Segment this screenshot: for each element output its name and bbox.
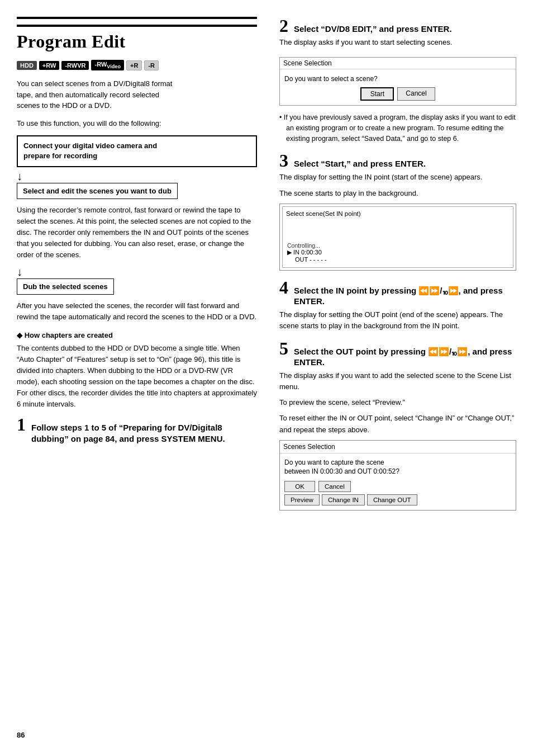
step-2-title: Select “DV/D8 EDIT,” and press ENTER.	[294, 23, 452, 35]
step-1-title: Follow steps 1 to 5 of “Preparing for DV…	[31, 422, 257, 444]
step-4-number: 4	[279, 278, 288, 296]
arrow-down-2: ↓	[17, 266, 257, 277]
badge-r-minus: -R	[144, 60, 159, 70]
step-3-section: 3 Select “Start,” and press ENTER. The d…	[279, 152, 516, 270]
step-4-title: Select the IN point by pressing ⏪⏩/⏨⏩, a…	[294, 285, 516, 307]
step-5-section: 5 Select the OUT point by pressing ⏪⏩/⏨⏩…	[279, 339, 516, 511]
dialog-question: Do you want to select a scene?	[284, 75, 511, 83]
page-title: Program Edit	[17, 25, 257, 52]
step-2-body: The display asks if you want to start se…	[279, 37, 516, 48]
dialog-title-scene-selection: Scene Selection	[280, 58, 516, 69]
step-4-section: 4 Select the IN point by pressing ⏪⏩/⏨⏩,…	[279, 278, 516, 332]
change-in-button[interactable]: Change IN	[322, 494, 365, 505]
badge-rw-plus: +RW	[39, 61, 60, 70]
badge-hdd: HDD	[17, 61, 37, 70]
scene-dialog-label: Select scene(Set IN point)	[286, 210, 510, 217]
step-1-section: 1 Follow steps 1 to 5 of “Preparing for …	[17, 415, 257, 444]
step-3-body1: The display for setting the IN point (st…	[279, 172, 516, 183]
scenes-selection-dialog: Scenes Selection Do you want to capture …	[279, 440, 516, 511]
title-divider	[17, 17, 257, 19]
step-box-select-edit: Select and edit the scenes you want to d…	[17, 183, 178, 199]
body-text-dub: After you have selected the scenes, the …	[17, 300, 257, 323]
ok-button[interactable]: OK	[284, 481, 315, 492]
step-box-dub: Dub the selected scenes	[17, 278, 114, 295]
start-button[interactable]: Start	[360, 87, 394, 101]
scenes-sel-title: Scenes Selection	[280, 441, 516, 453]
scenes-sel-row2: Preview Change IN Change OUT	[284, 494, 511, 505]
scenes-sel-question: Do you want to capture the scene between…	[284, 458, 511, 477]
badge-rwvr: -RWVR	[61, 61, 89, 70]
badge-rwvideo: -RWVideo	[91, 60, 124, 70]
scene-dialog-inner: Select scene(Set IN point) Controlling..…	[282, 206, 513, 268]
arrow-down-1: ↓	[17, 171, 257, 182]
in-time: IN 0:00:30	[293, 249, 322, 256]
scene-selection-dialog: Scene Selection Do you want to select a …	[279, 57, 516, 106]
step-4-body: The display for setting the OUT point (e…	[279, 309, 516, 332]
step-3-number: 3	[279, 152, 288, 169]
play-icon: ▶	[287, 249, 292, 256]
intro-text: You can select scenes from a DV/Digital8…	[17, 78, 257, 111]
step-5-body3: To reset either the IN or OUT point, sel…	[279, 413, 516, 435]
scenes-sel-row1: OK Cancel	[284, 481, 511, 492]
page-number: 86	[17, 731, 25, 739]
tc-row: ▶ IN 0:00:30	[287, 249, 327, 256]
change-out-button[interactable]: Change OUT	[367, 494, 417, 505]
step-2-section: 2 Select “DV/D8 EDIT,” and press ENTER. …	[279, 17, 516, 144]
dialog-buttons-step2: Start Cancel	[284, 87, 511, 101]
step-3-body2: The scene starts to play in the backgrou…	[279, 188, 516, 199]
preview-button[interactable]: Preview	[284, 494, 320, 505]
badge-r-plus: +R	[126, 60, 142, 70]
out-time: OUT - - - - -	[287, 256, 327, 263]
how-chapters-heading: How chapters are created	[17, 331, 257, 339]
step-5-body1: The display asks if you want to add the …	[279, 370, 516, 393]
step-2-note: • If you have previously saved a program…	[279, 112, 516, 144]
step-5-body2: To preview the scene, select “Preview.”	[279, 397, 516, 408]
to-use-text: To use this function, you will do the fo…	[17, 118, 257, 129]
step-5-number: 5	[279, 339, 288, 357]
step-1-number: 1	[17, 415, 26, 433]
body-text-select-edit: Using the recorder’s remote control, fas…	[17, 205, 257, 261]
badge-row: HDD +RW -RWVR -RWVideo +R -R	[17, 60, 257, 70]
scene-timecode-area: Controlling... ▶ IN 0:00:30 OUT - - - - …	[287, 242, 327, 263]
step-box-connect: Connect your digital video camera and pr…	[17, 135, 257, 167]
step-3-title: Select “Start,” and press ENTER.	[294, 158, 426, 169]
step-5-title: Select the OUT point by pressing ⏪⏩/⏨⏩, …	[294, 346, 516, 368]
cancel-button-step5[interactable]: Cancel	[318, 481, 351, 492]
scene-select-dialog: Select scene(Set IN point) Controlling..…	[279, 204, 516, 271]
how-chapters-body: The contents dubbed to the HDD or DVD be…	[17, 343, 257, 410]
dialog-content-step2: Do you want to select a scene? Start Can…	[280, 69, 516, 105]
step-2-number: 2	[279, 17, 288, 35]
controlling-text: Controlling...	[287, 242, 327, 249]
scenes-sel-inner: Do you want to capture the scene between…	[280, 453, 516, 511]
cancel-button-step2[interactable]: Cancel	[397, 87, 435, 101]
